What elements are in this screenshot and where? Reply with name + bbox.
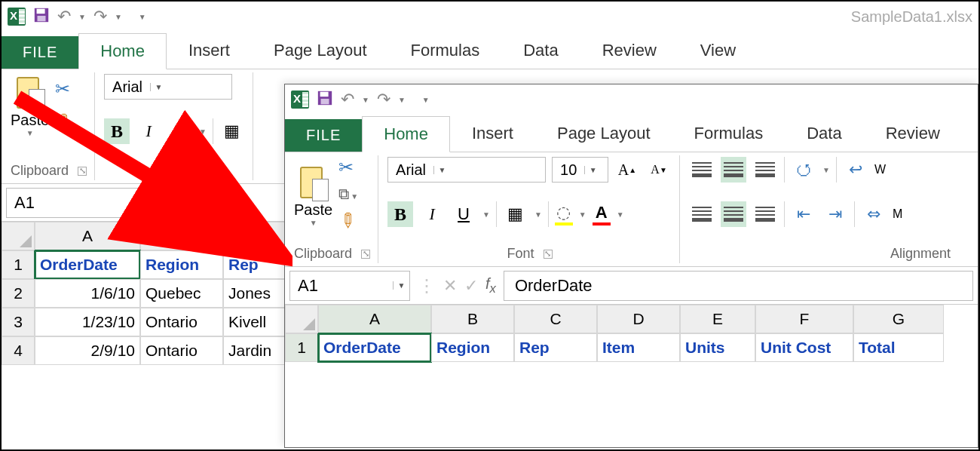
merge-center-icon[interactable]: ⇔ — [861, 201, 887, 227]
fill-color-icon[interactable]: ◌ — [556, 203, 571, 222]
paste-dropdown-icon[interactable]: ▼ — [310, 219, 317, 227]
customize-qat-icon[interactable]: ▼ — [422, 96, 430, 104]
cell-E1[interactable]: Units — [680, 333, 755, 362]
tab-formulas[interactable]: Formulas — [672, 115, 786, 152]
tab-insert[interactable]: Insert — [450, 115, 535, 152]
col-header-F[interactable]: F — [755, 305, 853, 333]
font-name-combo[interactable]: Arial▼ — [387, 157, 546, 183]
tab-page-layout[interactable]: Page Layout — [535, 115, 672, 152]
cancel-icon[interactable]: ✕ — [182, 193, 196, 213]
decrease-font-icon[interactable]: A▼ — [646, 157, 672, 183]
align-middle-icon[interactable] — [721, 157, 746, 183]
orientation-dropdown-icon[interactable]: ▼ — [822, 166, 830, 174]
tab-review[interactable]: Review — [864, 115, 962, 152]
cell-C1[interactable]: Rep — [223, 250, 286, 279]
cut-icon[interactable]: ✂ — [55, 78, 72, 100]
insert-function-icon[interactable]: fx — [485, 275, 496, 296]
cell-D1[interactable]: Item — [597, 333, 680, 362]
cell-B1[interactable]: Region — [431, 333, 514, 362]
cell-F1[interactable]: Unit Cost — [755, 333, 853, 362]
cell-G1[interactable]: Total — [853, 333, 944, 362]
cancel-icon[interactable]: ✕ — [443, 276, 457, 296]
tab-home[interactable]: Home — [362, 116, 450, 152]
col-header-D[interactable]: D — [597, 305, 680, 333]
paste-button[interactable]: Paste — [11, 112, 49, 129]
clipboard-dialog-launcher-icon[interactable]: ⤡ — [78, 167, 87, 176]
col-header-E[interactable]: E — [680, 305, 755, 333]
cell-B3[interactable]: Ontario — [140, 308, 223, 336]
decrease-indent-icon[interactable]: ⇤ — [791, 201, 816, 227]
font-dialog-launcher-icon[interactable]: ⤡ — [544, 250, 553, 259]
italic-button[interactable]: I — [419, 201, 445, 227]
tab-home[interactable]: Home — [78, 33, 167, 69]
select-all-corner[interactable] — [285, 305, 318, 333]
font-color-icon[interactable]: A — [596, 203, 608, 222]
tab-review[interactable]: Review — [580, 32, 678, 69]
increase-font-icon[interactable]: A▲ — [614, 157, 640, 183]
increase-indent-icon[interactable]: ⇥ — [822, 201, 848, 227]
underline-dropdown-icon[interactable]: ▼ — [482, 210, 490, 219]
align-bottom-icon[interactable] — [752, 157, 778, 183]
paste-icon[interactable] — [299, 164, 329, 201]
borders-dropdown-icon[interactable]: ▼ — [534, 210, 542, 219]
clipboard-dialog-launcher-icon[interactable]: ⤡ — [361, 250, 370, 259]
cell-C2[interactable]: Jones — [223, 279, 286, 308]
spreadsheet-grid[interactable]: A B C D E F G 1 OrderDate Region Rep Ite… — [285, 305, 978, 362]
paste-dropdown-icon[interactable]: ▼ — [26, 129, 34, 137]
col-header-C[interactable]: C — [514, 305, 597, 333]
enter-icon[interactable]: ✓ — [464, 276, 478, 296]
cell-C1[interactable]: Rep — [514, 333, 597, 362]
row-header-1[interactable]: 1 — [2, 250, 35, 279]
col-header-C[interactable]: C — [223, 222, 286, 250]
cell-A1[interactable]: OrderDate — [318, 333, 431, 362]
customize-qat-icon[interactable]: ▼ — [139, 13, 146, 21]
format-painter-icon[interactable]: ✎ — [333, 207, 363, 237]
wrap-text-icon[interactable]: ↩ — [843, 157, 868, 183]
underline-button[interactable]: U — [167, 118, 193, 144]
redo-dropdown-icon[interactable]: ▼ — [398, 96, 406, 104]
redo-icon[interactable]: ↷ — [93, 7, 107, 26]
fill-color-dropdown-icon[interactable]: ▼ — [579, 210, 586, 219]
undo-icon[interactable]: ↶ — [57, 7, 71, 26]
tab-page-layout[interactable]: Page Layout — [252, 32, 389, 69]
cell-A3[interactable]: 1/23/10 — [35, 308, 140, 336]
name-box[interactable]: A1▼ — [6, 188, 149, 218]
select-all-corner[interactable] — [2, 222, 35, 250]
cell-C3[interactable]: Kivell — [223, 308, 286, 336]
orientation-icon[interactable]: ⭯ — [791, 157, 816, 183]
row-header-3[interactable]: 3 — [2, 308, 35, 336]
borders-button[interactable]: ▦ — [503, 201, 528, 227]
tab-data[interactable]: Data — [501, 32, 580, 69]
tab-data[interactable]: Data — [785, 115, 863, 152]
row-header-1[interactable]: 1 — [285, 333, 318, 362]
col-header-B[interactable]: B — [140, 222, 223, 250]
align-left-icon[interactable] — [689, 201, 715, 227]
undo-icon[interactable]: ↶ — [341, 90, 354, 109]
row-header-2[interactable]: 2 — [2, 279, 35, 308]
bold-button[interactable]: B — [104, 118, 130, 144]
font-size-combo[interactable]: 10▼ — [552, 157, 608, 183]
cell-B1[interactable]: Region — [140, 250, 223, 279]
paste-button[interactable]: Paste — [294, 201, 332, 219]
tab-view[interactable]: View — [678, 32, 758, 69]
redo-icon[interactable]: ↷ — [377, 90, 390, 109]
font-name-combo[interactable]: Arial▼ — [104, 74, 232, 100]
format-painter-icon[interactable]: ✎ — [49, 107, 77, 135]
name-box[interactable]: A1▼ — [289, 271, 410, 301]
cell-A2[interactable]: 1/6/10 — [35, 279, 140, 308]
underline-button[interactable]: U — [451, 201, 476, 227]
copy-icon[interactable]: ⧉▼ — [338, 186, 358, 203]
cell-C4[interactable]: Jardin — [223, 336, 286, 365]
align-center-icon[interactable] — [721, 201, 746, 227]
tab-insert[interactable]: Insert — [167, 32, 252, 69]
save-icon[interactable] — [33, 7, 50, 26]
col-header-A[interactable]: A — [35, 222, 140, 250]
align-top-icon[interactable] — [689, 157, 715, 183]
paste-icon[interactable] — [15, 74, 45, 112]
col-header-A[interactable]: A — [318, 305, 431, 333]
col-header-B[interactable]: B — [431, 305, 514, 333]
align-right-icon[interactable] — [752, 201, 778, 227]
cell-A1[interactable]: OrderDate — [35, 250, 140, 279]
italic-button[interactable]: I — [136, 118, 161, 144]
undo-dropdown-icon[interactable]: ▼ — [362, 96, 369, 104]
